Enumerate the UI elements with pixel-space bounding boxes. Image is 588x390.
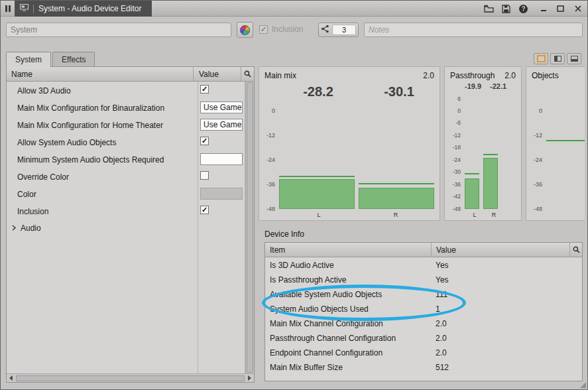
channel-label-left: L <box>467 212 482 218</box>
property-grid: Name Value Allow 3D Audio Main Mix Confi… <box>6 66 255 383</box>
column-header-name: Name <box>7 67 193 81</box>
allow-3d-audio-checkbox[interactable] <box>200 85 209 94</box>
meter-title: Objects <box>532 71 559 80</box>
meter-bars <box>463 99 517 209</box>
meter-title: Passthrough <box>450 71 495 80</box>
peak-readout-left: -19.9 <box>465 82 481 90</box>
color-wheel-icon <box>240 25 250 35</box>
scroll-right-arrow[interactable] <box>245 375 254 381</box>
meter-bar-right <box>359 111 434 209</box>
search-icon <box>244 70 251 78</box>
window-title: System - Audio Device Editor <box>38 4 141 13</box>
maximize-icon[interactable] <box>555 3 566 15</box>
table-row-highlighted: System Audio Objects Used 1 <box>265 301 582 316</box>
inclusion-toggle: Inclusion <box>259 25 303 34</box>
group-label[interactable]: Audio <box>21 224 41 233</box>
save-icon[interactable] <box>500 3 512 15</box>
channel-config: 2.0 <box>504 71 516 80</box>
table-row: Endpoint Channel Configuration 2.0 <box>265 345 582 359</box>
resize-grip[interactable] <box>580 382 586 388</box>
pin-icon[interactable] <box>5 5 11 12</box>
override-color-checkbox[interactable] <box>200 171 209 180</box>
tab-system[interactable]: System <box>6 52 51 67</box>
meters-and-info-panel: Main mix 2.0 -28.2 -30.1 0 -12 -24 -36 -… <box>259 66 585 385</box>
channel-config: 2.0 <box>423 71 434 80</box>
table-row: Passthrough Channel Configuration 2.0 <box>265 330 582 345</box>
table-row: Is Passthrough Active Yes <box>265 272 582 287</box>
close-icon[interactable] <box>572 3 583 15</box>
property-name: Main Mix Configuration for Binauralizati… <box>7 99 198 116</box>
peak-readout-right: -30.1 <box>359 84 440 99</box>
property-name: Main Mix Configuration for Home Theater <box>7 116 198 133</box>
open-folder-icon[interactable] <box>483 3 495 15</box>
meter-title: Main mix <box>265 71 296 80</box>
inclusion-row-checkbox[interactable] <box>200 206 209 214</box>
layout-single-icon <box>537 55 546 62</box>
share-icon <box>321 25 329 35</box>
meter-bar-right <box>483 99 498 209</box>
layout-split-vertical-button[interactable] <box>550 53 565 64</box>
objects-meter-panel: Objects 0 -12 -24 -36 -48 <box>526 66 585 221</box>
channel-label-right: R <box>487 212 501 218</box>
horizontal-scrollbar-thumb[interactable] <box>16 375 245 381</box>
audio-device-editor-window: System - Audio Device Editor ? <box>0 0 588 390</box>
peak-readout-right: -22.1 <box>490 82 506 90</box>
table-row: Main Mix Channel Configuration 2.0 <box>265 316 582 330</box>
db-scale: 0 -12 -24 -36 -48 <box>529 111 545 209</box>
device-info-section: Device Info Item Value Is 3D Audio Activ… <box>259 229 585 385</box>
layout-split-horizontal-button[interactable] <box>567 53 581 64</box>
color-swatch[interactable] <box>200 188 243 200</box>
window-title-tab[interactable]: System - Audio Device Editor <box>15 1 152 17</box>
object-name-input[interactable] <box>6 23 231 37</box>
color-picker-button[interactable] <box>237 22 253 38</box>
property-name: Allow System Audio Objects <box>7 133 198 151</box>
vertical-scrollbar-thumb[interactable] <box>247 82 253 373</box>
minimize-icon[interactable] <box>538 3 549 15</box>
notes-input[interactable] <box>364 23 583 37</box>
layout-single-button[interactable] <box>534 53 548 64</box>
property-row: Main Mix Configuration for Binauralizati… <box>7 99 245 116</box>
property-row-group: Audio <box>7 220 245 237</box>
property-row: Allow System Audio Objects <box>7 133 245 151</box>
property-name: Allow 3D Audio <box>7 82 198 99</box>
title-bar: System - Audio Device Editor ? <box>1 1 587 17</box>
search-icon <box>573 246 580 253</box>
property-row: Override Color <box>7 168 245 185</box>
layout-split-horizontal-icon <box>571 56 578 62</box>
vertical-scrollbar[interactable] <box>245 82 254 373</box>
title-separator <box>33 5 34 13</box>
meter-bars <box>278 111 436 209</box>
chevron-right-icon[interactable] <box>11 224 17 233</box>
column-header-item: Item <box>265 243 431 257</box>
meter-peak-line <box>546 111 585 209</box>
property-name: Minimum System Audio Objects Required <box>7 151 198 168</box>
passthrough-meter-panel: Passthrough 2.0 -19.9 -22.1 6 0 -6 -12 -… <box>444 66 522 221</box>
home-theater-config-dropdown[interactable]: Use Game <box>200 119 243 131</box>
scroll-left-arrow[interactable] <box>7 375 15 381</box>
references-button[interactable]: 3 <box>318 23 359 37</box>
tab-effects[interactable]: Effects <box>52 52 95 66</box>
layout-split-vertical-icon <box>554 56 561 62</box>
channel-label-left: L <box>280 212 357 218</box>
channel-label-right: R <box>357 212 434 218</box>
table-search-button[interactable] <box>569 243 582 257</box>
device-info-title: Device Info <box>259 229 585 241</box>
db-scale: 6 0 -6 -12 -18 -24 -30 -36 -42 -48 <box>447 99 463 209</box>
meter-bar-left <box>465 99 479 209</box>
help-icon[interactable]: ? <box>518 3 529 15</box>
binauralization-config-dropdown[interactable]: Use Game <box>200 101 243 113</box>
column-header-value: Value <box>193 67 241 81</box>
db-scale: 0 -12 -24 -36 -48 <box>262 111 278 209</box>
column-header-value: Value <box>431 243 569 257</box>
allow-system-audio-objects-checkbox[interactable] <box>200 137 209 145</box>
meters-row: Main mix 2.0 -28.2 -30.1 0 -12 -24 -36 -… <box>259 66 585 221</box>
inclusion-label: Inclusion <box>272 25 303 34</box>
inclusion-checkbox[interactable] <box>259 25 268 34</box>
property-row: Main Mix Configuration for Home Theater … <box>7 116 245 133</box>
property-row: Allow 3D Audio <box>7 82 245 99</box>
editor-tabs: System Effects <box>6 52 96 67</box>
grid-search-button[interactable] <box>241 67 254 81</box>
property-row: Inclusion <box>7 202 245 220</box>
min-system-audio-objects-field[interactable] <box>200 153 243 165</box>
horizontal-scrollbar[interactable] <box>7 373 254 382</box>
